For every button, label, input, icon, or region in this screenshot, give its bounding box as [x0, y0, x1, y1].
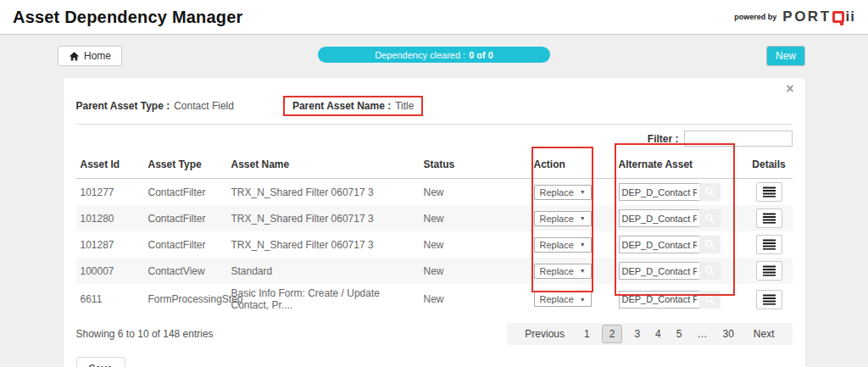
cell-details — [746, 284, 793, 314]
cell-asset-name: Standard — [227, 258, 420, 284]
details-button[interactable] — [756, 209, 782, 228]
showing-entries-text: Showing 6 to 10 of 148 entries — [76, 328, 214, 340]
cell-asset-name: TRX_N_Shared Filter 060717 3 — [227, 179, 420, 206]
filter-input[interactable] — [684, 131, 793, 147]
home-icon — [69, 51, 80, 62]
alternate-asset-input[interactable] — [619, 209, 699, 227]
cell-action: Replace ▼ — [530, 284, 615, 314]
badge-label: Dependency cleared : — [375, 50, 465, 60]
alternate-asset-input[interactable] — [619, 262, 699, 280]
table-header-row: Asset Id Asset Type Asset Name Status Ac… — [76, 152, 793, 179]
caret-down-icon: ▼ — [580, 268, 586, 274]
cell-alternate-asset — [615, 179, 746, 206]
cell-action: Replace ▼ — [530, 258, 615, 284]
alternate-asset-input[interactable] — [619, 291, 699, 309]
cell-asset-id: 101277 — [76, 179, 144, 206]
search-icon — [704, 294, 715, 305]
badge-count: 0 of 0 — [469, 50, 493, 60]
pagination-page-30[interactable]: 30 — [722, 328, 733, 340]
search-button[interactable] — [699, 262, 721, 280]
portqii-q-icon — [832, 11, 844, 23]
cell-alternate-asset — [615, 231, 746, 258]
action-select[interactable]: Replace ▼ — [534, 292, 592, 307]
new-button[interactable]: New — [766, 46, 805, 66]
q-dot — [840, 22, 843, 25]
cell-action: Replace ▼ — [530, 205, 615, 231]
filter-row: Filter : — [76, 125, 793, 152]
search-button[interactable] — [699, 183, 721, 201]
brand-suffix: ii — [846, 8, 855, 25]
search-icon — [704, 186, 715, 197]
cell-alternate-asset — [615, 284, 746, 314]
search-icon — [704, 239, 715, 250]
cell-asset-id: 101287 — [76, 231, 144, 258]
cell-status: New — [420, 179, 530, 206]
search-button[interactable] — [699, 236, 721, 253]
close-icon[interactable]: × — [786, 82, 793, 96]
cell-details — [746, 258, 793, 284]
brand-prefix: PORT — [782, 8, 831, 25]
table-row: 6611 FormProcessingStep Basic Info Form:… — [76, 284, 793, 314]
pagination-next[interactable]: Next — [754, 328, 775, 340]
cell-asset-type: ContactView — [144, 258, 227, 284]
caret-down-icon: ▼ — [580, 242, 586, 247]
action-select[interactable]: Replace ▼ — [534, 237, 592, 253]
action-select[interactable]: Replace ▼ — [534, 264, 592, 279]
action-select-value: Replace — [540, 214, 574, 224]
details-button[interactable] — [756, 182, 782, 202]
action-select-value: Replace — [540, 266, 574, 276]
alternate-asset-input[interactable] — [619, 236, 699, 253]
parent-asset-name-label: Parent Asset Name : — [292, 100, 391, 112]
pagination-page-5[interactable]: 5 — [676, 328, 682, 340]
search-button[interactable] — [699, 209, 721, 227]
cell-asset-name: TRX_N_Shared Filter 060717 3 — [227, 231, 420, 258]
cell-alternate-asset — [615, 205, 746, 231]
alternate-asset-input[interactable] — [619, 183, 699, 201]
pagination-page-2[interactable]: 2 — [602, 325, 623, 343]
cell-status: New — [420, 284, 530, 314]
action-select-value: Replace — [540, 240, 574, 250]
page-title: Asset Dependency Manager — [13, 8, 243, 27]
pagination-page-4[interactable]: 4 — [655, 328, 661, 340]
cell-asset-id: 100007 — [76, 258, 144, 284]
details-menu-icon — [763, 239, 776, 250]
cell-asset-id: 101280 — [76, 205, 144, 231]
details-button[interactable] — [756, 261, 782, 281]
column-header-asset-type: Asset Type — [144, 152, 227, 179]
action-select[interactable]: Replace ▼ — [534, 185, 592, 200]
pagination-page-1[interactable]: 1 — [584, 328, 590, 340]
home-button[interactable]: Home — [58, 46, 122, 66]
column-header-asset-name: Asset Name — [227, 152, 420, 179]
pagination-page-3[interactable]: 3 — [634, 328, 640, 340]
cell-status: New — [420, 258, 530, 284]
cell-asset-type: ContactFilter — [144, 205, 227, 231]
column-header-details: Details — [746, 152, 793, 179]
details-menu-icon — [763, 213, 776, 224]
action-select[interactable]: Replace ▼ — [534, 211, 592, 226]
column-header-status: Status — [420, 152, 530, 179]
cell-asset-type: FormProcessingStep — [144, 284, 227, 314]
search-button[interactable] — [699, 291, 721, 309]
dependency-panel: × Parent Asset Type : Contact Field Pare… — [64, 78, 805, 367]
details-button[interactable] — [756, 235, 782, 254]
cell-action: Replace ▼ — [530, 179, 615, 206]
cell-asset-type: ContactFilter — [144, 179, 227, 206]
toolbar: Home Dependency cleared : 0 of 0 New — [0, 46, 868, 67]
save-button[interactable]: Save — [76, 357, 125, 367]
table-row: 101287 ContactFilter TRX_N_Shared Filter… — [76, 231, 793, 258]
pagination: Previous 12345…30 Next — [507, 323, 792, 345]
table-row: 101277 ContactFilter TRX_N_Shared Filter… — [76, 179, 793, 206]
pagination-page-…[interactable]: … — [697, 328, 707, 340]
details-menu-icon — [763, 186, 776, 197]
cell-details — [746, 231, 793, 258]
column-header-alternate-asset: Alternate Asset — [615, 152, 746, 179]
caret-down-icon: ▼ — [580, 297, 586, 303]
details-menu-icon — [763, 294, 776, 305]
parent-asset-name-value: Title — [395, 100, 414, 112]
home-button-label: Home — [84, 50, 111, 62]
cell-details — [746, 179, 793, 206]
column-header-asset-id: Asset Id — [76, 152, 144, 179]
cell-asset-name: Basic Info Form: Create / Update Contact… — [227, 284, 420, 314]
details-button[interactable] — [756, 290, 782, 309]
pagination-previous[interactable]: Previous — [525, 328, 565, 340]
